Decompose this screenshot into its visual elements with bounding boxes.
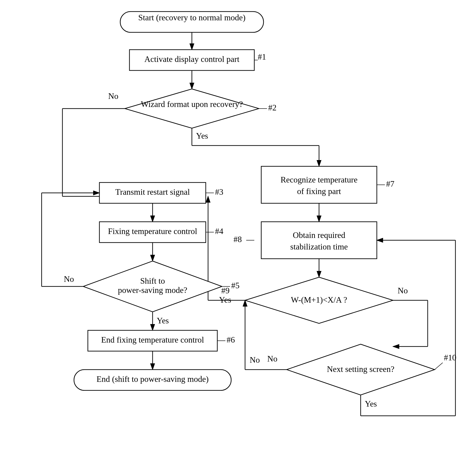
- svg-text:#8: #8: [233, 235, 242, 244]
- svg-text:#6: #6: [227, 335, 235, 344]
- svg-text:of fixing part: of fixing part: [297, 187, 341, 196]
- svg-text:Yes: Yes: [219, 295, 231, 305]
- svg-text:#7: #7: [386, 179, 394, 189]
- svg-text:Recognize temperature: Recognize temperature: [281, 175, 358, 184]
- svg-text:#9: #9: [221, 286, 230, 295]
- svg-rect-27: [261, 222, 377, 259]
- svg-line-73: [435, 363, 443, 370]
- svg-text:No: No: [398, 286, 408, 295]
- svg-text:#10: #10: [444, 353, 456, 362]
- svg-text:Yes: Yes: [365, 399, 377, 408]
- svg-text:Start (recovery to normal mode: Start (recovery to normal mode): [138, 13, 246, 22]
- svg-text:No: No: [267, 354, 277, 363]
- svg-text:Yes: Yes: [196, 131, 208, 140]
- svg-text:#5: #5: [231, 281, 239, 290]
- svg-text:Shift to: Shift to: [140, 276, 165, 286]
- svg-text:Obtain required: Obtain required: [293, 231, 345, 240]
- svg-text:End (shift to power-saving mod: End (shift to power-saving mode): [96, 374, 209, 384]
- flowchart: Start (recovery to normal mode) Activate…: [0, 0, 476, 462]
- svg-text:No: No: [64, 274, 74, 284]
- svg-text:Next setting screen?: Next setting screen?: [327, 364, 394, 374]
- svg-text:Activate display control part: Activate display control part: [144, 55, 239, 64]
- svg-text:Fixing temperature control: Fixing temperature control: [108, 227, 197, 236]
- svg-text:W-(M+1)<X/A ?: W-(M+1)<X/A ?: [291, 295, 347, 305]
- svg-text:#4: #4: [215, 227, 223, 236]
- svg-text:#2: #2: [268, 103, 276, 112]
- svg-text:Wizard format upon recovery?: Wizard format upon recovery?: [141, 99, 243, 109]
- svg-text:Yes: Yes: [157, 316, 169, 325]
- svg-text:No: No: [108, 91, 118, 101]
- svg-text:stabilization time: stabilization time: [290, 242, 348, 251]
- svg-text:No: No: [250, 355, 260, 364]
- svg-text:Transmit restart signal: Transmit restart signal: [115, 187, 190, 197]
- svg-text:power-saving mode?: power-saving mode?: [118, 286, 187, 295]
- svg-text:#1: #1: [258, 52, 266, 61]
- svg-rect-21: [261, 166, 377, 203]
- svg-text:#3: #3: [215, 187, 223, 197]
- svg-text:End fixing temperature control: End fixing temperature control: [101, 335, 204, 344]
